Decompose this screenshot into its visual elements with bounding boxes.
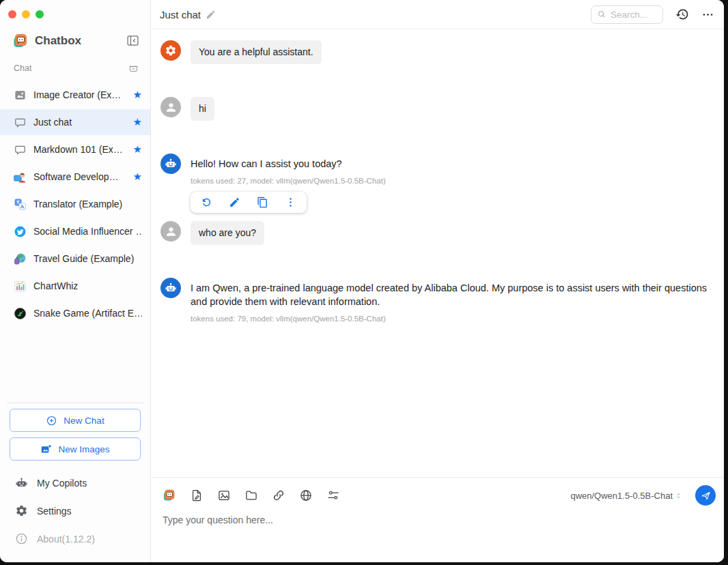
clear-conversations-icon[interactable] (128, 62, 139, 74)
message-input[interactable] (163, 515, 695, 525)
chat-item-label: Travel Guide (Example) (33, 253, 142, 264)
snake-game-icon (14, 307, 27, 320)
plus-circle-icon (46, 415, 57, 426)
model-selector[interactable]: qwen/Qwen1.5-0.5B-Chat (570, 491, 683, 501)
system-message-bubble[interactable]: You are a helpful assistant. (191, 40, 322, 64)
header-actions (591, 5, 714, 24)
sidebar-item-software-developer[interactable]: Software Develop… (0, 164, 150, 190)
message-user: hi (160, 97, 714, 121)
sidebar-item-about[interactable]: About(1.12.2) (0, 525, 150, 553)
attach-link-icon[interactable] (272, 489, 285, 502)
edit-title-icon[interactable] (206, 10, 216, 20)
app-window: Chatbox Chat (0, 0, 724, 562)
token-usage-label: tokens used: 27, model: vllm(qwen/Qwen1.… (191, 177, 386, 185)
star-icon[interactable] (130, 89, 142, 101)
translator-icon (14, 198, 27, 211)
technologist-icon (14, 171, 27, 184)
chat-section-label: Chat (14, 63, 128, 73)
search-box[interactable] (591, 5, 663, 24)
new-chat-button[interactable]: New Chat (10, 409, 141, 432)
sidebar-item-snake-game[interactable]: Snake Game (Artifact E… (0, 300, 150, 326)
attach-folder-icon[interactable] (244, 489, 258, 502)
assistant-message-text[interactable]: Hello! How can I assist you today? (191, 157, 386, 171)
token-usage-label: tokens used: 79, model: vllm(qwen/Qwen1.… (191, 315, 714, 323)
regenerate-icon[interactable] (201, 197, 212, 208)
sidebar-item-markdown-101[interactable]: Markdown 101 (Ex… (0, 136, 150, 162)
message-system: You are a helpful assistant. (160, 40, 714, 64)
sidebar-item-just-chat[interactable]: Just chat (0, 109, 150, 135)
minimize-window-button[interactable] (22, 10, 30, 18)
image-icon (14, 89, 27, 102)
star-icon[interactable] (130, 116, 142, 128)
user-message-bubble[interactable]: hi (191, 97, 214, 121)
conversation-title: Just chat (160, 9, 201, 20)
composer: qwen/Qwen1.5-0.5B-Chat (152, 477, 724, 562)
assistant-avatar[interactable] (160, 154, 181, 174)
user-message-bubble[interactable]: who are you? (191, 221, 264, 245)
sidebar-item-image-creator[interactable]: Image Creator (Ex… (0, 82, 150, 108)
chat-item-label: Software Develop… (33, 171, 130, 182)
sidebar-item-settings[interactable]: Settings (0, 497, 150, 525)
chat-item-label: Social Media Influencer … (33, 226, 142, 237)
chat-item-label: Translator (Example) (33, 199, 142, 209)
zoom-window-button[interactable] (36, 10, 44, 18)
chat-bubble-icon (14, 143, 27, 156)
close-window-button[interactable] (8, 10, 16, 18)
new-images-button[interactable]: New Images (10, 437, 141, 461)
message-assistant: Hello! How can I assist you today? token… (160, 154, 714, 213)
image-plus-icon (40, 444, 52, 455)
web-browsing-icon[interactable] (299, 489, 313, 502)
app-title: Chatbox (35, 34, 126, 48)
assistant-message: Hello! How can I assist you today? token… (191, 154, 386, 213)
robot-icon (15, 476, 28, 489)
edit-message-icon[interactable] (229, 197, 240, 208)
chat-list: Image Creator (Ex… Just chat M (0, 78, 150, 328)
history-icon[interactable] (675, 8, 689, 21)
window-controls (0, 0, 150, 25)
send-button[interactable] (695, 485, 716, 506)
message-assistant: I am Qwen, a pre-trained language model … (160, 278, 714, 323)
chevron-updown-icon (674, 491, 683, 500)
search-icon (597, 10, 606, 19)
sidebar-item-social-media-influencer[interactable]: Social Media Influencer … (0, 218, 150, 244)
chat-item-label: Just chat (33, 117, 130, 128)
sidebar-item-chartwhiz[interactable]: ChartWhiz (0, 273, 150, 299)
bar-chart-icon (14, 280, 27, 293)
assistant-avatar[interactable] (160, 278, 181, 298)
assistant-message-text[interactable]: I am Qwen, a pre-trained language model … (191, 281, 714, 308)
message-list[interactable]: You are a helpful assistant. hi (152, 30, 724, 477)
more-options-icon[interactable] (701, 8, 714, 21)
chat-item-label: ChartWhiz (33, 280, 142, 291)
model-selector-value: qwen/Qwen1.5-0.5B-Chat (570, 491, 673, 501)
attach-image-icon[interactable] (217, 489, 231, 502)
chat-item-label: Markdown 101 (Ex… (33, 144, 130, 155)
info-icon (15, 532, 28, 545)
sidebar-item-my-copilots[interactable]: My Copilots (0, 469, 150, 497)
user-avatar[interactable] (160, 221, 181, 242)
twitter-icon (14, 225, 27, 238)
conversation-header: Just chat (152, 0, 724, 29)
star-icon[interactable] (130, 171, 142, 183)
star-icon[interactable] (130, 143, 142, 156)
user-avatar[interactable] (160, 97, 181, 117)
new-chat-label: New Chat (64, 416, 104, 426)
gear-icon (15, 504, 28, 517)
settings-label: Settings (37, 506, 72, 517)
attach-file-icon[interactable] (190, 489, 204, 502)
system-avatar[interactable] (160, 40, 181, 61)
send-icon (700, 490, 712, 502)
collapse-sidebar-icon[interactable] (126, 33, 141, 48)
copy-icon[interactable] (257, 197, 268, 208)
chatbox-mini-logo-icon[interactable] (163, 489, 176, 502)
sidebar-divider (7, 403, 143, 403)
chat-item-label: Image Creator (Ex… (33, 89, 130, 100)
chat-settings-icon[interactable] (326, 489, 340, 502)
more-vert-icon[interactable] (285, 197, 296, 208)
sidebar-item-travel-guide[interactable]: Travel Guide (Example) (0, 246, 150, 272)
app-header: Chatbox (0, 25, 150, 48)
sidebar-item-translator[interactable]: Translator (Example) (0, 191, 150, 217)
assistant-message: I am Qwen, a pre-trained language model … (191, 278, 714, 323)
chat-item-label: Snake Game (Artifact E… (33, 308, 142, 319)
composer-toolbar (163, 489, 340, 502)
search-input[interactable] (611, 10, 658, 20)
